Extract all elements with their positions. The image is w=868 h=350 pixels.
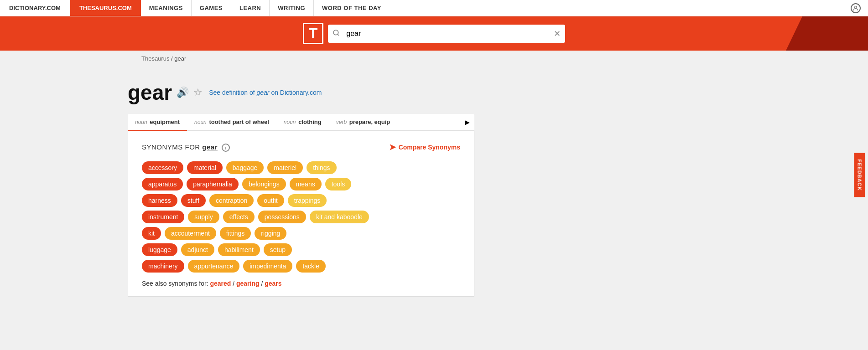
synonyms-title: SYNONYMS FOR gear i	[142, 143, 230, 152]
compare-icon: ➤	[389, 142, 396, 152]
synonyms-title-text: SYNONYMS FOR gear	[142, 143, 220, 151]
user-profile[interactable]	[843, 3, 868, 13]
tabs-row: noun equipment noun toothed part of whee…	[128, 114, 474, 131]
search-wrapper: ✕	[328, 25, 565, 43]
tags-row-3: harness stuff contraption outfit trappin…	[142, 194, 460, 207]
tab-toothed[interactable]: noun toothed part of wheel	[187, 114, 276, 131]
tag-tools[interactable]: tools	[325, 178, 352, 190]
nav-word-of-day[interactable]: WORD OF THE DAY	[314, 0, 390, 16]
speaker-icon[interactable]: 🔊	[177, 87, 189, 98]
synonyms-header: SYNONYMS FOR gear i ➤ Compare Synonyms	[142, 142, 460, 152]
tags-row-2: apparatus paraphernalia belongings means…	[142, 178, 460, 190]
tag-contraption[interactable]: contraption	[209, 194, 254, 207]
tab-sense-3: prepare, equip	[349, 118, 390, 125]
tabs-arrow[interactable]: ▶	[460, 114, 474, 130]
main-content: gear 🔊 ☆ See definition of gear on Dicti…	[128, 80, 474, 297]
tag-adjunct[interactable]: adjunct	[181, 243, 214, 256]
tag-things[interactable]: things	[307, 161, 336, 174]
nav-writing[interactable]: WRITING	[270, 0, 314, 16]
nav-thesaurus[interactable]: THESAURUS.COM	[70, 0, 141, 16]
tag-kit[interactable]: kit	[142, 227, 161, 240]
see-also: See also synonyms for: geared / gearing …	[142, 280, 460, 287]
synonyms-panel: SYNONYMS FOR gear i ➤ Compare Synonyms a…	[128, 131, 474, 297]
tag-impedimenta[interactable]: impedimenta	[243, 260, 292, 273]
tag-kit-kaboodle[interactable]: kit and kaboodle	[310, 211, 369, 223]
tab-pos-2: noun	[284, 119, 296, 125]
tag-trappings[interactable]: trappings	[288, 194, 327, 207]
tags-row-5: kit accouterment fittings rigging	[142, 227, 460, 240]
tag-instrument[interactable]: instrument	[142, 211, 184, 223]
favorite-icon[interactable]: ☆	[193, 87, 203, 98]
see-also-sep-1: /	[233, 280, 236, 287]
tab-prepare[interactable]: verb prepare, equip	[329, 114, 398, 131]
tag-rigging[interactable]: rigging	[255, 227, 286, 240]
tags-row-6: luggage adjunct habiliment setup	[142, 243, 460, 256]
nav-meanings[interactable]: MEANINGS	[141, 0, 192, 16]
search-icon	[333, 29, 340, 38]
compare-synonyms-button[interactable]: ➤ Compare Synonyms	[389, 142, 460, 152]
see-also-geared[interactable]: geared	[210, 280, 231, 287]
dictionary-link[interactable]: See definition of gear on Dictionary.com	[209, 89, 322, 96]
logo: T	[303, 23, 324, 44]
breadcrumb-thesaurus[interactable]: Thesaurus	[141, 55, 169, 62]
tag-materiel[interactable]: materiel	[267, 161, 303, 174]
tag-material[interactable]: material	[187, 161, 223, 174]
tag-paraphernalia[interactable]: paraphernalia	[187, 178, 239, 190]
tag-fittings[interactable]: fittings	[220, 227, 251, 240]
tab-sense-0: equipment	[150, 118, 180, 125]
tab-clothing[interactable]: noun clothing	[276, 114, 329, 131]
tab-pos-1: noun	[194, 119, 207, 125]
tag-supply[interactable]: supply	[188, 211, 219, 223]
svg-line-2	[338, 34, 339, 36]
tag-belongings[interactable]: belongings	[242, 178, 286, 190]
info-icon[interactable]: i	[222, 144, 230, 152]
see-also-prefix: See also synonyms for:	[142, 280, 210, 287]
tag-baggage[interactable]: baggage	[226, 161, 264, 174]
tab-pos-0: noun	[135, 119, 147, 125]
clear-icon[interactable]: ✕	[554, 29, 561, 39]
nav-learn[interactable]: LEARN	[231, 0, 270, 16]
user-icon	[851, 3, 861, 13]
word-title-row: gear 🔊 ☆ See definition of gear on Dicti…	[128, 80, 474, 105]
synonyms-word: gear	[202, 143, 218, 151]
tab-equipment[interactable]: noun equipment	[128, 114, 187, 131]
tag-setup[interactable]: setup	[264, 243, 292, 256]
tag-harness[interactable]: harness	[142, 194, 177, 207]
tag-apparatus[interactable]: apparatus	[142, 178, 183, 190]
search-bar: T ✕	[0, 16, 868, 51]
tags-row-1: accessory material baggage materiel thin…	[142, 161, 460, 174]
tag-appurtenance[interactable]: appurtenance	[188, 260, 240, 273]
tag-accessory[interactable]: accessory	[142, 161, 183, 174]
tag-stuff[interactable]: stuff	[181, 194, 206, 207]
tab-pos-3: verb	[336, 119, 347, 125]
nav-games[interactable]: GAMES	[192, 0, 231, 16]
tag-accouterment[interactable]: accouterment	[165, 227, 216, 240]
tag-habiliment[interactable]: habiliment	[218, 243, 260, 256]
tag-luggage[interactable]: luggage	[142, 243, 177, 256]
svg-point-0	[855, 6, 857, 8]
tag-machinery[interactable]: machinery	[142, 260, 184, 273]
svg-point-1	[333, 30, 338, 35]
tag-possessions[interactable]: possessions	[258, 211, 306, 223]
compare-label: Compare Synonyms	[399, 144, 460, 151]
see-also-gearing[interactable]: gearing	[236, 280, 260, 287]
tag-effects[interactable]: effects	[223, 211, 255, 223]
word-title: gear	[128, 80, 172, 105]
search-input[interactable]	[328, 25, 565, 43]
tag-outfit[interactable]: outfit	[257, 194, 284, 207]
nav-links: MEANINGS GAMES LEARN WRITING WORD OF THE…	[141, 0, 843, 16]
tags-row-4: instrument supply effects possessions ki…	[142, 211, 460, 223]
tag-tackle[interactable]: tackle	[296, 260, 326, 273]
tags-row-7: machinery appurtenance impedimenta tackl…	[142, 260, 460, 273]
tab-sense-1: toothed part of wheel	[209, 118, 269, 125]
feedback-tab[interactable]: FEEDBACK	[854, 153, 865, 197]
breadcrumb-word: gear	[174, 55, 186, 62]
breadcrumb: Thesaurus / gear	[0, 51, 868, 67]
nav-dictionary[interactable]: DICTIONARY.COM	[0, 0, 70, 16]
tag-means[interactable]: means	[290, 178, 322, 190]
tab-sense-2: clothing	[298, 118, 322, 125]
see-also-gears[interactable]: gears	[265, 280, 281, 287]
top-nav: DICTIONARY.COM THESAURUS.COM MEANINGS GA…	[0, 0, 868, 16]
